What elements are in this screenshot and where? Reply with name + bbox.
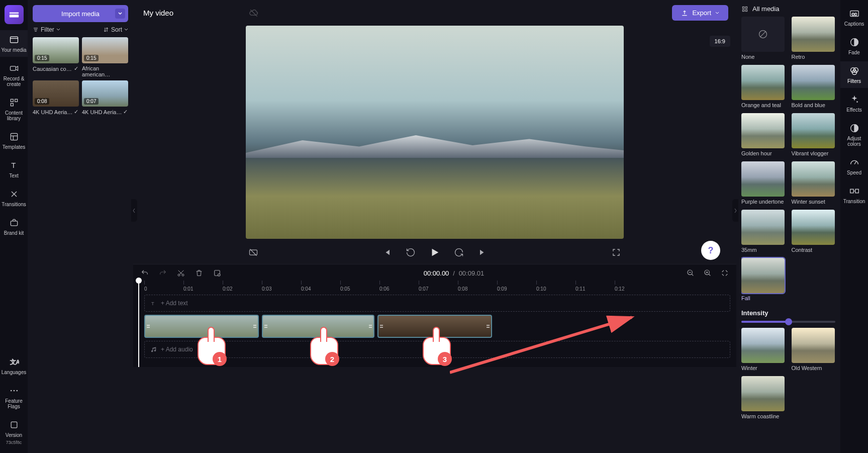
time-display: 00:00.00 / 00:09.01 bbox=[424, 269, 485, 277]
left-rail: Your media Record & create Content libra… bbox=[0, 0, 28, 453]
svg-rect-7 bbox=[11, 133, 17, 140]
filter-option[interactable]: Winter sunset bbox=[792, 161, 836, 205]
check-icon: ✓ bbox=[74, 65, 79, 72]
project-title-input[interactable] bbox=[141, 7, 241, 19]
svg-rect-0 bbox=[9, 12, 18, 14]
skip-fwd-icon[interactable] bbox=[475, 245, 491, 260]
tool-transition[interactable]: Transition bbox=[840, 182, 868, 208]
text-track[interactable]: T + Add text bbox=[144, 295, 730, 312]
filter-option[interactable]: Retro bbox=[792, 17, 836, 60]
delete-icon[interactable] bbox=[194, 267, 205, 279]
ruler-tick: 0:11 bbox=[575, 286, 615, 292]
import-media-button[interactable]: Import media bbox=[33, 5, 128, 22]
fade-icon bbox=[849, 37, 860, 48]
filter-option[interactable]: Contrast bbox=[792, 210, 836, 253]
rail-content-lib[interactable]: Content library bbox=[0, 93, 28, 125]
rail-your-media[interactable]: Your media bbox=[0, 30, 28, 57]
fullscreen-icon[interactable] bbox=[609, 245, 624, 260]
filter-swatch bbox=[792, 210, 835, 245]
text-icon: T bbox=[9, 160, 20, 171]
media-thumb[interactable]: 0:15Caucasian co…✓ bbox=[33, 37, 79, 77]
ruler-tick: 0:04 bbox=[301, 286, 340, 292]
intensity-slider[interactable] bbox=[741, 321, 835, 323]
redo-icon[interactable] bbox=[157, 267, 168, 279]
svg-rect-9 bbox=[11, 221, 17, 226]
tool-filters[interactable]: Filters bbox=[840, 61, 868, 88]
rail-transitions[interactable]: Transitions bbox=[0, 185, 28, 211]
intensity-control: Intensity bbox=[741, 309, 835, 323]
filter-option[interactable]: 35mm bbox=[741, 210, 786, 253]
playhead[interactable] bbox=[138, 282, 139, 367]
app-logo[interactable] bbox=[5, 5, 24, 24]
ruler-tick: 0 bbox=[144, 286, 183, 292]
zoom-out-icon[interactable] bbox=[685, 267, 696, 279]
filters-icon bbox=[849, 65, 860, 76]
filter-option[interactable]: Purple undertone bbox=[741, 161, 786, 205]
media-thumb[interactable]: 0:074K UHD Aeria…✓ bbox=[82, 80, 128, 115]
filter-name: Warm coastline bbox=[741, 413, 786, 419]
filter-option[interactable]: Orange and teal bbox=[741, 65, 786, 108]
tool-fade[interactable]: Fade bbox=[840, 33, 868, 59]
filter-option[interactable]: Fall bbox=[741, 258, 786, 301]
top-bar: Export bbox=[133, 0, 736, 26]
filter-name: 35mm bbox=[741, 247, 786, 253]
video-preview[interactable] bbox=[246, 26, 624, 239]
svg-text:T: T bbox=[11, 161, 16, 169]
zoom-in-icon[interactable] bbox=[702, 267, 713, 279]
svg-rect-5 bbox=[15, 99, 17, 102]
ruler-tick: 0:08 bbox=[458, 286, 497, 292]
filter-option[interactable]: Winter bbox=[741, 328, 786, 371]
filter-option[interactable]: Bold and blue bbox=[792, 65, 836, 108]
rail-record[interactable]: Record & create bbox=[0, 59, 28, 91]
filter-name: Vibrant vlogger bbox=[792, 150, 836, 156]
template-icon bbox=[9, 131, 20, 142]
briefcase-icon bbox=[9, 217, 20, 228]
svg-rect-37 bbox=[850, 189, 853, 193]
ruler-tick: 0:06 bbox=[379, 286, 419, 292]
filter-button[interactable]: Filter bbox=[33, 26, 60, 33]
rail-brandkit[interactable]: Brand kit bbox=[0, 213, 28, 240]
filter-option[interactable]: None bbox=[741, 17, 786, 60]
subtitles-off-icon[interactable] bbox=[246, 245, 261, 260]
filter-option[interactable]: Vibrant vlogger bbox=[792, 113, 836, 156]
export-button[interactable]: Export bbox=[672, 5, 728, 21]
video-clip[interactable] bbox=[144, 315, 259, 338]
cc-icon: CC bbox=[849, 8, 860, 19]
cut-icon[interactable] bbox=[175, 267, 186, 279]
forward-icon[interactable] bbox=[451, 245, 466, 260]
sort-button[interactable]: Sort bbox=[103, 26, 128, 33]
filter-option[interactable]: Warm coastline bbox=[741, 376, 786, 419]
ruler-tick: 0:02 bbox=[223, 286, 262, 292]
fit-icon[interactable] bbox=[719, 267, 730, 279]
filter-option[interactable]: Old Western bbox=[792, 328, 836, 371]
rail-templates[interactable]: Templates bbox=[0, 127, 28, 154]
skip-back-icon[interactable] bbox=[379, 245, 394, 260]
rail-version[interactable]: Version 73c5f8c bbox=[0, 415, 28, 449]
svg-rect-26 bbox=[742, 10, 744, 12]
play-button[interactable] bbox=[427, 245, 442, 260]
media-thumb[interactable]: 0:15African american… bbox=[82, 37, 128, 77]
timeline-ruler[interactable]: 00:010:020:030:040:050:060:070:080:090:1… bbox=[144, 282, 730, 292]
panel-header[interactable]: All media bbox=[741, 5, 835, 13]
aspect-ratio-pill[interactable]: 16:9 bbox=[710, 36, 730, 47]
svg-rect-27 bbox=[745, 10, 747, 12]
split-icon[interactable] bbox=[212, 267, 223, 279]
tool-speed[interactable]: Speed bbox=[840, 153, 868, 179]
filter-swatch bbox=[792, 65, 835, 100]
media-thumb[interactable]: 0:084K UHD Aeria…✓ bbox=[33, 80, 79, 115]
video-clip[interactable] bbox=[262, 315, 374, 338]
tool-effects[interactable]: Effects bbox=[840, 90, 868, 117]
help-button[interactable]: ? bbox=[701, 241, 720, 260]
filter-swatch bbox=[741, 161, 785, 197]
rail-text[interactable]: T Text bbox=[0, 156, 28, 183]
svg-rect-25 bbox=[745, 7, 747, 9]
rail-languages[interactable]: 文A Languages bbox=[0, 352, 28, 379]
check-icon: ✓ bbox=[74, 109, 79, 115]
undo-icon[interactable] bbox=[139, 267, 150, 279]
rewind-icon[interactable] bbox=[403, 245, 418, 260]
tool-adjust[interactable]: Adjust colors bbox=[840, 119, 868, 151]
tool-captions[interactable]: CCCaptions bbox=[840, 4, 868, 31]
chevron-down-icon[interactable] bbox=[115, 9, 125, 19]
filter-option[interactable]: Golden hour bbox=[741, 113, 786, 156]
rail-flags[interactable]: Feature Flags bbox=[0, 381, 28, 413]
